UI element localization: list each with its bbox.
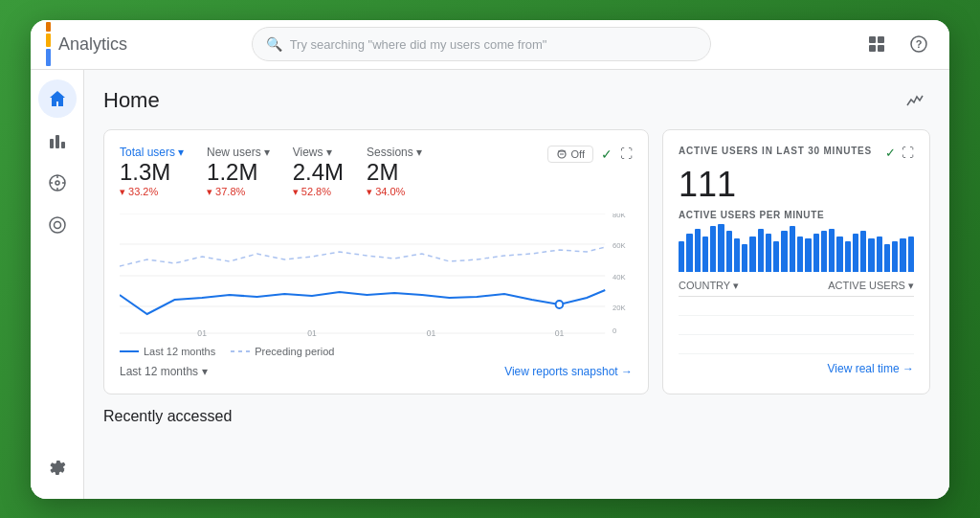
- topbar: Analytics 🔍 Try searching "where did my …: [31, 20, 949, 70]
- bar-item: [877, 236, 882, 272]
- sidebar: [31, 70, 84, 499]
- svg-rect-7: [56, 135, 59, 148]
- svg-text:?: ?: [916, 38, 923, 50]
- logo-area: Analytics: [46, 22, 170, 66]
- realtime-expand-icon[interactable]: ⛶: [902, 146, 914, 160]
- app-window: Analytics 🔍 Try searching "where did my …: [31, 20, 949, 499]
- svg-text:Jul: Jul: [306, 337, 317, 338]
- expand-icon[interactable]: ⛶: [620, 146, 633, 161]
- svg-text:Jan: Jan: [552, 337, 566, 338]
- active-users-count: 111: [679, 168, 914, 202]
- grid-icon-button[interactable]: [861, 29, 892, 59]
- bar-item: [860, 231, 866, 271]
- content-area: Home Total users ▾: [84, 70, 949, 499]
- svg-text:40K: 40K: [612, 273, 626, 282]
- svg-rect-3: [878, 45, 884, 52]
- search-bar[interactable]: 🔍 Try searching "where did my users come…: [252, 27, 711, 61]
- svg-text:80K: 80K: [612, 214, 626, 219]
- compare-button[interactable]: Off: [547, 146, 593, 163]
- table-row: [679, 335, 914, 354]
- rt-country-header[interactable]: COUNTRY ▾: [679, 280, 739, 292]
- rt-table-header: COUNTRY ▾ ACTIVE USERS ▾: [679, 280, 914, 297]
- sidebar-item-explore[interactable]: [38, 164, 77, 202]
- bar-item: [749, 236, 755, 272]
- svg-rect-1: [878, 36, 884, 43]
- metric-new-users-label[interactable]: New users ▾: [207, 146, 270, 159]
- svg-text:0: 0: [612, 327, 617, 335]
- recently-accessed-title: Recently accessed: [103, 408, 930, 425]
- metric-sessions-label[interactable]: Sessions ▾: [367, 146, 422, 159]
- line-chart-svg: 01 Apr 01 Jul 01 Oct 01 Jan 80K 60K 40K: [120, 214, 633, 338]
- realtime-check-icon[interactable]: ✓: [885, 146, 896, 160]
- chart-container: 01 Apr 01 Jul 01 Oct 01 Jan 80K 60K 40K: [120, 214, 633, 338]
- bar-item: [884, 244, 890, 272]
- metric-total-users-label[interactable]: Total users ▾: [120, 146, 184, 159]
- metric-total-users-value: 1.3M: [120, 159, 184, 187]
- metric-new-users-change: ▾ 37.8%: [207, 186, 270, 198]
- rt-footer: View real time →: [679, 362, 914, 375]
- bar-item: [718, 224, 724, 272]
- sidebar-item-settings[interactable]: [38, 451, 77, 489]
- bar-item: [695, 229, 701, 272]
- cards-row: Total users ▾ 1.3M ▾ 33.2% New users ▾: [103, 129, 930, 395]
- metric-views-change: ▾ 52.8%: [293, 186, 344, 198]
- bar-item: [710, 226, 716, 271]
- rt-active-users-header[interactable]: ACTIVE USERS ▾: [828, 280, 914, 292]
- metrics-top: Total users ▾ 1.3M ▾ 33.2% New users ▾: [120, 146, 633, 207]
- metric-views: Views ▾ 2.4M ▾ 52.8%: [293, 146, 344, 199]
- bar-item: [766, 234, 771, 271]
- legend-line-solid: [120, 350, 139, 352]
- bar-item: [853, 234, 858, 271]
- active-per-min-label: ACTIVE USERS PER MINUTE: [679, 210, 914, 220]
- metrics-row: Total users ▾ 1.3M ▾ 33.2% New users ▾: [120, 146, 547, 199]
- bar-item: [813, 234, 819, 271]
- bar-item: [679, 241, 684, 272]
- metric-new-users: New users ▾ 1.2M ▾ 37.8%: [207, 146, 270, 199]
- metric-new-users-value: 1.2M: [207, 159, 270, 187]
- bar-item: [805, 238, 811, 271]
- svg-text:60K: 60K: [612, 241, 626, 250]
- bar-item: [742, 244, 747, 272]
- bar-item: [821, 231, 827, 271]
- metric-views-label[interactable]: Views ▾: [293, 146, 344, 159]
- table-row: [679, 316, 914, 335]
- bar-item: [845, 241, 851, 272]
- page-title: Home: [103, 88, 160, 113]
- main-chart-card: Total users ▾ 1.3M ▾ 33.2% New users ▾: [103, 129, 649, 395]
- sparkline-icon-button[interactable]: [900, 85, 930, 116]
- realtime-card: ACTIVE USERS IN LAST 30 MINUTES ✓ ⛶ 111 …: [662, 129, 930, 395]
- view-reports-link[interactable]: View reports snapshot →: [504, 365, 633, 378]
- help-icon-button[interactable]: ?: [903, 29, 934, 59]
- svg-text:20K: 20K: [612, 304, 626, 312]
- main-layout: Home Total users ▾: [31, 70, 949, 499]
- bar-item: [836, 236, 842, 272]
- sidebar-item-reports[interactable]: [38, 122, 77, 160]
- bar-item: [781, 231, 787, 271]
- check-icon[interactable]: ✓: [601, 146, 612, 162]
- search-placeholder-text: Try searching "where did my users come f…: [290, 37, 547, 52]
- period-label: Last 12 months: [120, 365, 198, 378]
- svg-rect-0: [869, 36, 876, 43]
- bar-chart: [679, 224, 914, 272]
- svg-rect-6: [50, 139, 54, 148]
- svg-text:Oct: Oct: [425, 337, 438, 338]
- sidebar-item-advertising[interactable]: [38, 206, 77, 244]
- bar-item: [829, 229, 835, 272]
- svg-point-15: [50, 217, 65, 233]
- svg-rect-8: [61, 142, 65, 148]
- metric-views-value: 2.4M: [293, 159, 344, 187]
- realtime-header: ACTIVE USERS IN LAST 30 MINUTES ✓ ⛶: [679, 146, 914, 160]
- table-row: [679, 297, 914, 316]
- bar-item: [702, 236, 708, 272]
- sidebar-item-home[interactable]: [38, 79, 77, 118]
- svg-text:Apr: Apr: [195, 337, 208, 338]
- view-realtime-link[interactable]: View real time →: [828, 362, 914, 375]
- metric-total-users-change: ▾ 33.2%: [120, 186, 184, 198]
- app-title: Analytics: [58, 34, 127, 55]
- svg-point-16: [54, 221, 60, 228]
- chart-legend: Last 12 months Preceding period: [120, 346, 633, 357]
- period-chevron: ▾: [202, 365, 208, 378]
- metric-sessions-value: 2M: [367, 159, 422, 187]
- period-selector[interactable]: Last 12 months ▾: [120, 365, 208, 378]
- bar-item: [734, 238, 740, 271]
